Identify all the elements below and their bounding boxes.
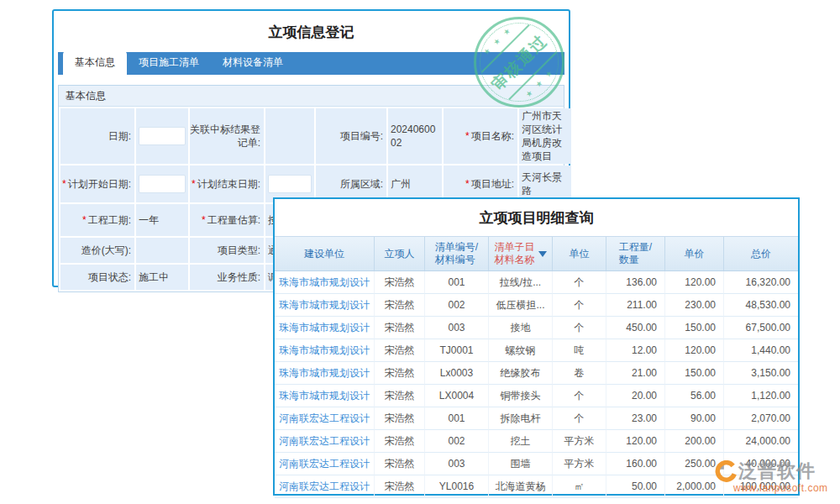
form-label-cell: 项目编号:: [316, 108, 386, 164]
table-cell: 宋浩然: [375, 385, 425, 407]
table-cell: 挖土: [489, 430, 553, 453]
table-cell: 平方米: [553, 453, 606, 475]
column-header-2[interactable]: 清单编号/材料编号: [425, 237, 489, 270]
table-row: 珠海市城市规划设计宋浩然LX0004铜带接头个20.0056.001,120.0…: [275, 385, 798, 407]
company-link-cell[interactable]: 河南联宏达工程设计: [275, 407, 375, 430]
company-link-cell[interactable]: 珠海市城市规划设计: [275, 339, 375, 362]
basic-info-section-title: 基本信息: [59, 86, 564, 107]
table-cell: 001: [425, 407, 489, 430]
table-cell: 宋浩然: [375, 294, 425, 317]
table-cell: 23.00: [606, 407, 665, 430]
table-cell: 围墙: [489, 453, 553, 475]
table-cell: TJ0001: [425, 339, 489, 362]
company-link-cell[interactable]: 河南联宏达工程设计: [275, 453, 375, 475]
form-label-cell: *工程量估算:: [190, 204, 264, 236]
table-cell: 003: [425, 317, 489, 339]
table-cell: 宋浩然: [375, 407, 425, 430]
sort-desc-icon[interactable]: [538, 251, 547, 257]
table-cell: 低压横担...: [489, 294, 553, 317]
table-cell: 宋浩然: [375, 317, 425, 339]
计划开始日期-input[interactable]: [139, 175, 186, 193]
tab-2[interactable]: 材料设备清单: [211, 51, 295, 75]
company-link-cell[interactable]: 珠海市城市规划设计: [275, 294, 375, 317]
form-label-cell: 业务性质:: [190, 265, 264, 290]
table-cell: ㎡: [553, 475, 606, 498]
table-cell: 12.00: [606, 339, 665, 362]
tab-0[interactable]: 基本信息: [63, 51, 127, 75]
query-window: 立项项目明细查询 建设单位立项人清单编号/材料编号清单子目材料名称单位工程量/数…: [273, 197, 800, 496]
table-cell: 铜带接头: [489, 385, 553, 407]
table-cell: 个: [553, 294, 606, 317]
column-header-7[interactable]: 总价: [724, 237, 798, 270]
column-header-0[interactable]: 建设单位: [275, 237, 375, 270]
table-cell: 卷: [553, 362, 606, 385]
table-header-row: 建设单位立项人清单编号/材料编号清单子目材料名称单位工程量/数量单价总价: [275, 236, 798, 271]
table-cell: 200.00: [665, 430, 724, 453]
column-header-3[interactable]: 清单子目材料名称: [489, 237, 553, 270]
table-row: 珠海市城市规划设计宋浩然001拉线/拉...个136.00120.0016,32…: [275, 271, 798, 294]
form-value-cell: 广州市天河区统计局机房改造项目: [519, 108, 571, 164]
table-cell: 2,070.00: [724, 407, 798, 430]
table-cell: 21.00: [606, 362, 665, 385]
table-cell: 宋浩然: [375, 453, 425, 475]
table-cell: 螺纹钢: [489, 339, 553, 362]
table-cell: 宋浩然: [375, 339, 425, 362]
query-window-title: 立项项目明细查询: [275, 199, 798, 236]
table-cell: 宋浩然: [375, 430, 425, 453]
form-value-cell: [136, 108, 188, 164]
form-value-cell: 施工中: [136, 265, 188, 290]
table-cell: 平方米: [553, 430, 606, 453]
form-value-cell: [265, 108, 314, 164]
table-row: 河南联宏达工程设计宋浩然YL0016北海道黄杨㎡50.002,000.00100…: [275, 475, 798, 498]
table-row: 河南联宏达工程设计宋浩然001拆除电杆个23.0090.002,070.00: [275, 407, 798, 430]
table-cell: 150.00: [665, 362, 724, 385]
column-header-5[interactable]: 工程量/数量: [606, 237, 665, 270]
计划结束日期-input[interactable]: [268, 175, 312, 193]
table-cell: 个: [553, 407, 606, 430]
company-link-cell[interactable]: 河南联宏达工程设计: [275, 430, 375, 453]
company-link-cell[interactable]: 河南联宏达工程设计: [275, 475, 375, 498]
table-cell: 002: [425, 430, 489, 453]
detail-table: 建设单位立项人清单编号/材料编号清单子目材料名称单位工程量/数量单价总价 珠海市…: [275, 236, 798, 498]
column-header-1[interactable]: 立项人: [375, 237, 425, 270]
table-cell: 接地: [489, 317, 553, 339]
table-cell: 3,150.00: [724, 362, 798, 385]
form-label-cell: 项目状态:: [60, 265, 134, 290]
form-label-cell: *计划结束日期:: [190, 165, 264, 202]
table-cell: 个: [553, 317, 606, 339]
table-cell: 56.00: [665, 385, 724, 407]
company-link-cell[interactable]: 珠海市城市规划设计: [275, 317, 375, 339]
table-cell: 48,530.00: [724, 294, 798, 317]
table-body: 珠海市城市规划设计宋浩然001拉线/拉...个136.00120.0016,32…: [275, 271, 798, 498]
company-link-cell[interactable]: 珠海市城市规划设计: [275, 362, 375, 385]
table-cell: 宋浩然: [375, 271, 425, 294]
column-header-4[interactable]: 单位: [553, 237, 606, 270]
table-cell: 宋浩然: [375, 475, 425, 498]
table-cell: 16,320.00: [724, 271, 798, 294]
table-cell: 拉线/拉...: [489, 271, 553, 294]
table-cell: 24,000.00: [724, 430, 798, 453]
company-link-cell[interactable]: 珠海市城市规划设计: [275, 271, 375, 294]
table-cell: 2,000.00: [665, 475, 724, 498]
日期-input[interactable]: [139, 127, 186, 145]
table-cell: 40,000.00: [724, 453, 798, 475]
table-row: 珠海市城市规划设计宋浩然003接地个450.00150.0067,500.00: [275, 317, 798, 339]
table-cell: 20.00: [606, 385, 665, 407]
table-row: 珠海市城市规划设计宋浩然TJ0001螺纹钢吨12.00120.001,440.0…: [275, 339, 798, 362]
table-row: 珠海市城市规划设计宋浩然002低压横担...个211.00230.0048,53…: [275, 294, 798, 317]
table-cell: 450.00: [606, 317, 665, 339]
company-link-cell[interactable]: 珠海市城市规划设计: [275, 385, 375, 407]
tab-1[interactable]: 项目施工清单: [127, 51, 211, 75]
column-header-6[interactable]: 单价: [665, 237, 724, 270]
form-value-cell: 2024060002: [388, 108, 442, 164]
table-cell: 250.00: [665, 453, 724, 475]
table-row: 珠海市城市规划设计宋浩然Lx0003绝缘胶布卷21.00150.003,150.…: [275, 362, 798, 385]
table-cell: 绝缘胶布: [489, 362, 553, 385]
table-cell: 100,000.00: [724, 475, 798, 498]
register-tabbar: 基本信息项目施工清单材料设备清单: [58, 52, 564, 75]
form-value-cell: [136, 238, 188, 263]
table-cell: 吨: [553, 339, 606, 362]
form-label-cell: *工程工期:: [60, 204, 134, 236]
form-value-cell: [136, 165, 188, 202]
table-cell: 230.00: [665, 294, 724, 317]
